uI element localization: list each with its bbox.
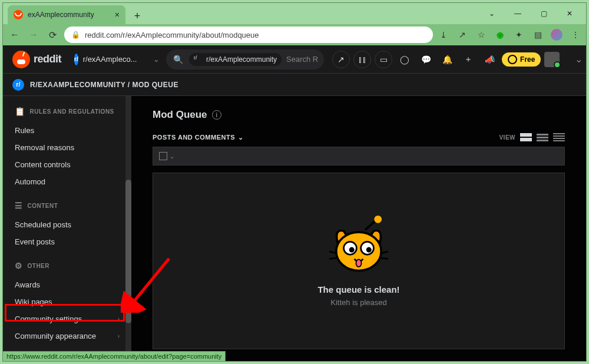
chevron-down-icon: ⌄: [238, 134, 244, 141]
new-tab-button[interactable]: +: [129, 8, 145, 24]
scrollbar-thumb[interactable]: [125, 180, 131, 323]
notifications-icon[interactable]: 🔔: [438, 51, 456, 68]
share-icon[interactable]: ↗: [456, 29, 468, 41]
other-icon: ⚙: [15, 261, 23, 270]
grammarly-ext-icon[interactable]: ◉: [494, 29, 506, 41]
breadcrumb: r/ R/EXAAMPLECOMMUNITY / MOD QUEUE: [3, 74, 586, 96]
chevron-right-icon: ›: [118, 333, 120, 339]
window-titlebar: exAAmplecommunity × + ⌄ — ▢ ✕: [3, 3, 586, 24]
content-type-filter[interactable]: POSTS AND COMMENTS ⌄: [153, 134, 244, 141]
svg-point-6: [349, 247, 355, 253]
empty-state-subtitle: Kitteh is pleased: [330, 298, 386, 307]
browser-status-bar: https://www.reddit.com/r/exAAmplecommuni…: [2, 351, 226, 362]
reddit-coins-button[interactable]: Free: [502, 52, 541, 67]
sidebar-section-content: ☰ CONTENT: [3, 190, 131, 216]
content-icon: ☰: [15, 201, 23, 210]
search-icon: 🔍: [173, 55, 183, 64]
search-scope-label: r/exAAmplecommunity: [206, 55, 277, 64]
section-title: RULES AND REGULATIONS: [30, 108, 114, 115]
chevron-down-icon[interactable]: ⌄: [170, 153, 174, 160]
popular-icon[interactable]: ↗: [332, 51, 350, 68]
community-dropdown[interactable]: r/ r/exAAmpleco... ⌄: [70, 51, 158, 68]
reading-list-icon[interactable]: ▤: [532, 29, 544, 41]
sidebar-item-removal-reasons[interactable]: Removal reasons: [3, 139, 131, 156]
select-all-checkbox[interactable]: [159, 152, 167, 160]
reddit-header: reddit r/ r/exAAmpleco... ⌄ 🔍 r/ r/exAAm…: [3, 45, 586, 74]
svg-point-8: [356, 259, 361, 267]
reddit-logo[interactable]: reddit: [12, 51, 61, 68]
reddit-mark-icon: [12, 51, 30, 68]
empty-state: The queue is clean! Kitteh is pleased: [153, 173, 565, 349]
svg-point-2: [374, 216, 382, 223]
svg-line-12: [380, 258, 388, 259]
close-tab-icon[interactable]: ×: [115, 10, 120, 19]
section-title: CONTENT: [28, 203, 58, 209]
view-compact-button[interactable]: [553, 133, 565, 142]
profile-ext-icon[interactable]: [551, 29, 562, 41]
extensions-icon[interactable]: ✦: [513, 29, 525, 41]
view-classic-button[interactable]: [537, 133, 548, 142]
view-card-button[interactable]: [520, 133, 532, 142]
chat-icon[interactable]: 💬: [417, 51, 435, 68]
reload-button[interactable]: ⟳: [45, 28, 59, 42]
user-avatar-icon: [544, 52, 560, 67]
community-icon: r/: [74, 54, 78, 65]
address-bar[interactable]: 🔒 reddit.com/r/exAAmplecommunity/about/m…: [64, 27, 433, 43]
lock-icon: 🔒: [71, 31, 80, 39]
sidebar-item-event-posts[interactable]: Event posts: [3, 233, 131, 250]
sidebar-section-other: ⚙ OTHER: [3, 250, 131, 276]
sidebar-item-awards[interactable]: Awards: [3, 276, 131, 293]
moderation-shield-icon[interactable]: ◯: [396, 51, 413, 68]
window-dropdown-icon[interactable]: ⌄: [479, 3, 505, 24]
video-icon[interactable]: ▭: [375, 51, 392, 68]
reddit-wordmark: reddit: [34, 53, 61, 65]
svg-line-1: [365, 220, 376, 230]
breadcrumb-text: R/EXAAMPLECOMMUNITY / MOD QUEUE: [30, 81, 178, 89]
chevron-down-icon: ⌄: [575, 54, 583, 65]
bulk-select-bar: ⌄: [153, 147, 565, 166]
sidebar-item-community-appearance[interactable]: Community appearance›: [3, 327, 131, 345]
free-label: Free: [520, 55, 535, 64]
sidebar-section-rules: 📋 RULES AND REGULATIONS: [3, 96, 131, 122]
reddit-favicon-icon: [14, 10, 23, 19]
sidebar-item-rules[interactable]: Rules: [3, 122, 131, 139]
info-icon[interactable]: i: [212, 110, 221, 120]
main-content: Mod Queue i POSTS AND COMMENTS ⌄ VIEW ⌄: [131, 96, 586, 361]
sidebar-item-community-settings[interactable]: Community settings›: [3, 310, 131, 327]
forward-button: →: [27, 28, 41, 42]
kitteh-mascot-icon: [326, 215, 391, 274]
browser-menu-icon[interactable]: ⋮: [570, 29, 581, 41]
mod-sidebar: 📋 RULES AND REGULATIONS Rules Removal re…: [3, 96, 131, 361]
install-app-icon[interactable]: ⤓: [438, 29, 449, 41]
window-minimize-button[interactable]: —: [505, 3, 531, 24]
chevron-right-icon: ›: [118, 316, 120, 322]
sidebar-item-content-controls[interactable]: Content controls: [3, 156, 131, 173]
search-scope-pill[interactable]: r/ r/exAAmplecommunity: [189, 53, 282, 66]
search-bar[interactable]: 🔍 r/ r/exAAmplecommunity: [166, 49, 324, 70]
sidebar-item-wiki-pages[interactable]: Wiki pages: [3, 293, 131, 310]
page-title: Mod Queue i: [153, 109, 565, 121]
bookmark-icon[interactable]: ☆: [475, 29, 487, 41]
community-name: r/exAAmpleco...: [83, 55, 137, 64]
back-button[interactable]: ←: [8, 28, 22, 42]
browser-toolbar: ← → ⟳ 🔒 reddit.com/r/exAAmplecommunity/a…: [3, 24, 586, 45]
sidebar-item-automod[interactable]: Automod: [3, 173, 131, 190]
sidebar-item-scheduled-posts[interactable]: Scheduled posts: [3, 216, 131, 233]
window-maximize-button[interactable]: ▢: [531, 3, 557, 24]
stats-icon[interactable]: ⫿⫿: [353, 51, 371, 68]
community-icon: r/: [194, 55, 203, 64]
browser-tab[interactable]: exAAmplecommunity ×: [8, 5, 125, 24]
svg-point-7: [366, 247, 372, 253]
rules-icon: 📋: [15, 107, 25, 116]
view-label: VIEW: [499, 134, 515, 141]
chevron-down-icon: ⌄: [153, 55, 160, 64]
empty-state-title: The queue is clean!: [317, 284, 399, 294]
user-menu[interactable]: ⌄: [544, 52, 583, 67]
url-text: reddit.com/r/exAAmplecommunity/about/mod…: [85, 31, 259, 39]
window-close-button[interactable]: ✕: [557, 3, 583, 24]
advertise-icon[interactable]: 📣: [481, 51, 498, 68]
search-input[interactable]: [286, 55, 322, 64]
page-body: 📋 RULES AND REGULATIONS Rules Removal re…: [3, 96, 586, 361]
create-post-icon[interactable]: ＋: [459, 51, 477, 68]
coin-icon: [508, 55, 517, 64]
